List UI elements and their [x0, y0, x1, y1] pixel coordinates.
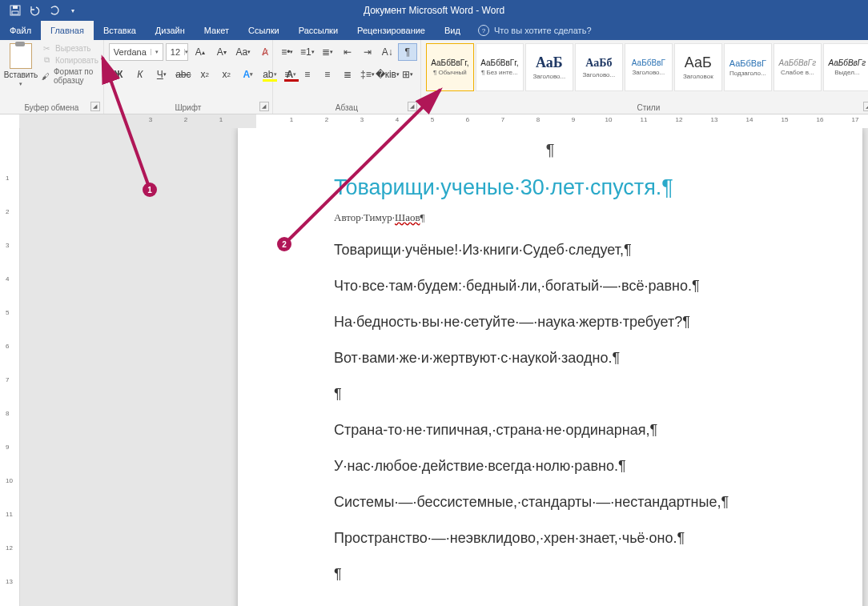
redo-icon[interactable] — [48, 5, 59, 16]
bold-button[interactable]: Ж — [109, 66, 128, 83]
document-line[interactable]: Товарищи·учёные!·Из·книги·Судеб·следует,… — [334, 242, 766, 259]
decrease-indent-button[interactable]: ⇤ — [338, 43, 357, 61]
copy-label: Копировать — [55, 56, 98, 65]
show-pilcrow-button[interactable]: ¶ — [398, 43, 417, 61]
document-line[interactable]: Страна-то·не·типичная,·страна·не·ординар… — [334, 422, 766, 439]
tab-view[interactable]: Вид — [435, 21, 470, 40]
text-effects-button[interactable]: A▾ — [239, 66, 258, 83]
tab-review[interactable]: Рецензирование — [348, 21, 435, 40]
qat-dropdown-icon[interactable]: ▾ — [67, 5, 78, 16]
tab-home[interactable]: Главная — [41, 21, 94, 40]
document-line[interactable]: На·бедность·вы·не·сетуйте·—·наука·жертв·… — [334, 314, 766, 331]
clipboard-dialog-launch[interactable]: ◢ — [90, 102, 100, 111]
style-s-h2[interactable]: АаБбЗаголово... — [575, 43, 623, 91]
subscript-button[interactable]: x2 — [195, 66, 215, 83]
font-dialog-launch[interactable]: ◢ — [259, 102, 269, 111]
shrink-font-button[interactable]: A▾ — [212, 43, 231, 61]
window-title: Документ Microsoft Word - Word — [0, 5, 868, 16]
page-area[interactable]: ¶ Товарищи·ученые·30·лет·спустя.¶ Автор·… — [20, 128, 868, 606]
quick-access-toolbar: ▾ — [0, 0, 78, 21]
paste-label: Вставить — [4, 70, 38, 79]
style-s-h3[interactable]: АаБбВвГЗаголово... — [625, 43, 673, 91]
document-line[interactable]: ¶ — [334, 386, 766, 403]
shading-button[interactable]: �ків▾ — [378, 66, 397, 83]
tab-references[interactable]: Ссылки — [239, 21, 289, 40]
document-heading[interactable]: Товарищи·ученые·30·лет·спустя.¶ — [334, 175, 766, 200]
paragraph-dialog-launch[interactable]: ◢ — [408, 102, 417, 111]
bullets-button[interactable]: ≡•▾ — [278, 43, 297, 61]
scissors-icon: ✂ — [42, 43, 51, 53]
clear-format-button[interactable]: A̷ — [255, 43, 275, 61]
borders-button[interactable]: ⊞▾ — [398, 66, 417, 83]
ribbon: Вставить ▾ ✂Вырезать ⧉Копировать 🖌Формат… — [0, 40, 868, 114]
style-s-weak[interactable]: АаБбВвГгСлабое в... — [774, 43, 822, 91]
tab-layout[interactable]: Макет — [195, 21, 239, 40]
font-name-combo[interactable]: Verdana▾ — [109, 43, 163, 61]
copy-button[interactable]: ⧉Копировать — [42, 55, 98, 65]
multilevel-button[interactable]: ≣▾ — [318, 43, 337, 61]
document-line[interactable]: Пространство·—·неэвклидово,·хрен·знает,·… — [334, 530, 766, 547]
sort-button[interactable]: A↓ — [378, 43, 397, 61]
numbering-button[interactable]: ≡1▾ — [298, 43, 317, 61]
justify-button[interactable]: ≣ — [338, 66, 357, 83]
tab-mailings[interactable]: Рассылки — [289, 21, 348, 40]
underline-button[interactable]: Ч▾ — [152, 66, 171, 83]
brush-icon: 🖌 — [42, 71, 50, 81]
author-suffix: ¶ — [420, 211, 425, 223]
style-s-normal[interactable]: АаБбВвГг,¶ Обычный — [426, 43, 474, 91]
save-icon[interactable] — [10, 5, 21, 16]
paste-button[interactable]: Вставить ▾ — [5, 43, 37, 87]
cut-label: Вырезать — [55, 44, 90, 53]
annotation-2: 2 — [277, 237, 291, 251]
lightbulb-icon: ? — [478, 25, 489, 36]
document-line[interactable]: Системы·—·бессистемные,·стандарты·—·нест… — [334, 494, 766, 511]
increase-indent-button[interactable]: ⇥ — [358, 43, 377, 61]
style-s-nospace[interactable]: АаБбВвГг,¶ Без инте... — [476, 43, 524, 91]
italic-button[interactable]: К — [131, 66, 150, 83]
tell-me[interactable]: ? Что вы хотите сделать? — [478, 21, 592, 40]
author-prefix: Автор·Тимур· — [334, 211, 395, 223]
group-label-font: Шрифт — [104, 103, 272, 112]
align-right-button[interactable]: ≡ — [318, 66, 337, 83]
align-center-button[interactable]: ≡ — [298, 66, 317, 83]
change-case-button[interactable]: Aa▾ — [234, 43, 253, 61]
style-s-sub[interactable]: АаБбВвГПодзаголо... — [724, 43, 772, 91]
svg-rect-1 — [13, 6, 18, 9]
author-name: Шаов — [395, 211, 420, 223]
tab-file[interactable]: Файл — [0, 21, 41, 40]
pilcrow-top: ¶ — [334, 141, 766, 159]
cut-button[interactable]: ✂Вырезать — [42, 43, 98, 53]
document-body[interactable]: Товарищи·учёные!·Из·книги·Судеб·следует,… — [334, 242, 766, 583]
style-s-em[interactable]: АаБбВвГгВыдел... — [823, 43, 868, 91]
chevron-down-icon: ▾ — [184, 49, 188, 55]
line-spacing-button[interactable]: ‡≡▾ — [358, 66, 377, 83]
ruler-vertical[interactable]: 1234567891011121314 — [0, 128, 20, 606]
format-painter-label: Формат по образцу — [54, 67, 98, 85]
document-line[interactable]: У·нас·любое·действие·всегда·нолю·равно.¶ — [334, 458, 766, 475]
tab-design[interactable]: Дизайн — [146, 21, 195, 40]
style-s-h1[interactable]: АаБЗаголово... — [525, 43, 573, 91]
grow-font-button[interactable]: A▴ — [191, 43, 210, 61]
tab-insert[interactable]: Вставка — [94, 21, 146, 40]
clipboard-icon — [10, 43, 32, 69]
style-s-title[interactable]: АаБЗаголовок — [674, 43, 722, 91]
align-left-button[interactable]: ≡ — [278, 66, 297, 83]
document-line[interactable]: ¶ — [334, 566, 766, 583]
group-clipboard: Вставить ▾ ✂Вырезать ⧉Копировать 🖌Формат… — [0, 40, 104, 114]
group-label-clipboard: Буфер обмена — [0, 103, 103, 112]
format-painter-button[interactable]: 🖌Формат по образцу — [42, 67, 98, 85]
undo-icon[interactable] — [29, 5, 40, 16]
font-size-combo[interactable]: 12▾ — [166, 43, 188, 61]
document-line[interactable]: Вот·вами·же·и·жертвуют·с·наукой·заодно.¶ — [334, 350, 766, 367]
document-page[interactable]: ¶ Товарищи·ученые·30·лет·спустя.¶ Автор·… — [238, 128, 862, 606]
strike-button[interactable]: abc — [174, 66, 193, 83]
ribbon-tabs: Файл Главная Вставка Дизайн Макет Ссылки… — [0, 21, 868, 40]
workspace: 1234567891011121314 ¶ Товарищи·ученые·30… — [0, 128, 868, 606]
styles-dialog-launch[interactable]: ◢ — [863, 102, 868, 111]
document-author[interactable]: Автор·Тимур·Шаов¶ — [334, 211, 766, 224]
tell-me-text: Что вы хотите сделать? — [494, 26, 592, 35]
document-line[interactable]: Что·все·там·будем:·бедный·ли,·богатый·—·… — [334, 278, 766, 295]
annotation-1: 1 — [143, 183, 157, 197]
superscript-button[interactable]: x2 — [217, 66, 236, 83]
style-gallery[interactable]: АаБбВвГг,¶ ОбычныйАаБбВвГг,¶ Без инте...… — [426, 43, 868, 91]
